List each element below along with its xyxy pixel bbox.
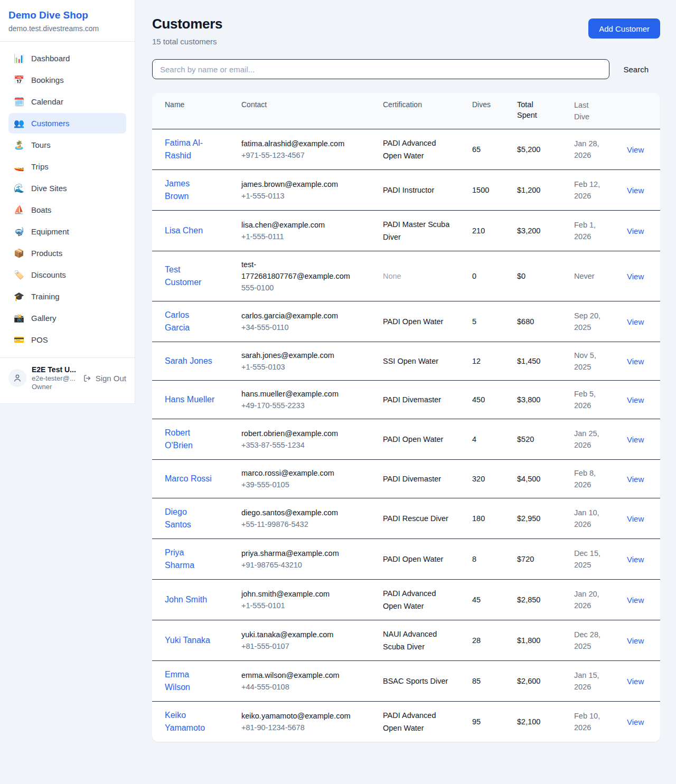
sidebar-item-customers[interactable]: 👥Customers <box>8 113 126 134</box>
customer-name-link[interactable]: Keiko Yamamoto <box>165 709 241 734</box>
sidebar-item-boats[interactable]: ⛵Boats <box>8 200 126 220</box>
customer-last-dive: Feb 10, 2026 <box>574 710 627 733</box>
customer-email: keiko.yamamoto@example.com <box>241 710 360 722</box>
customer-name-link[interactable]: James Brown <box>165 177 241 203</box>
customer-name-link[interactable]: Sarah Jones <box>165 355 241 367</box>
customer-name-link[interactable]: Robert O'Brien <box>165 427 241 452</box>
view-link[interactable]: View <box>627 186 647 195</box>
customer-name-link[interactable]: John Smith <box>165 593 241 606</box>
customer-last-dive: Never <box>574 270 627 282</box>
sidebar-item-tours[interactable]: 🏝️Tours <box>8 135 126 155</box>
view-link[interactable]: View <box>627 435 647 444</box>
sidebar-item-bookings[interactable]: 📅Bookings <box>8 70 126 90</box>
customer-dives: 45 <box>472 596 517 604</box>
table-row: John Smithjohn.smith@example.com+1-555-0… <box>152 579 660 620</box>
customer-certification: PADI Advanced Open Water <box>383 587 472 612</box>
customer-name-link[interactable]: Carlos Garcia <box>165 309 241 334</box>
search-input[interactable] <box>152 59 609 79</box>
customer-last-dive: Nov 5, 2025 <box>574 350 627 373</box>
customer-name-link[interactable]: Test Customer <box>165 263 241 289</box>
customer-contact: robert.obrien@example.com+353-87-555-123… <box>241 428 383 451</box>
view-link[interactable]: View <box>627 317 647 326</box>
customer-total-spent: $680 <box>517 317 574 326</box>
customer-name-link[interactable]: Yuki Tanaka <box>165 634 241 647</box>
view-link[interactable]: View <box>627 514 647 523</box>
view-link[interactable]: View <box>627 272 647 281</box>
sidebar: Demo Dive Shop demo.test.divestreams.com… <box>0 0 135 404</box>
customer-email: james.brown@example.com <box>241 178 360 190</box>
customer-last-dive: Feb 12, 2026 <box>574 178 627 202</box>
sidebar-item-label: Training <box>31 292 60 301</box>
sidebar-item-label: Dashboard <box>31 54 70 63</box>
customer-phone: +1-555-0113 <box>241 190 360 202</box>
sidebar-item-trips[interactable]: 🚤Trips <box>8 156 126 177</box>
sidebar-item-dive-sites[interactable]: 🌊Dive Sites <box>8 178 126 199</box>
add-customer-button[interactable]: Add Customer <box>588 18 660 39</box>
customer-dives: 0 <box>472 272 517 280</box>
customer-phone: +1-555-0111 <box>241 231 360 242</box>
sidebar-item-label: Customers <box>31 119 70 128</box>
customer-last-dive: Jan 28, 2026 <box>574 138 627 161</box>
sidebar-item-calendar[interactable]: 🗓️Calendar <box>8 91 126 112</box>
sidebar-item-equipment[interactable]: 🤿Equipment <box>8 221 126 242</box>
view-link[interactable]: View <box>627 596 647 604</box>
sidebar-item-training[interactable]: 🎓Training <box>8 286 126 307</box>
customer-last-dive: Jan 25, 2026 <box>574 428 627 451</box>
sign-out-button[interactable]: Sign Out <box>83 374 126 383</box>
customer-certification: NAUI Advanced Scuba Diver <box>383 628 472 653</box>
view-link[interactable]: View <box>627 475 647 484</box>
customers-table: NameContactCertificationDivesTotal Spent… <box>152 93 660 742</box>
customer-name-link[interactable]: Diego Santos <box>165 506 241 531</box>
customer-contact: marco.rossi@example.com+39-555-0105 <box>241 467 383 490</box>
customer-name-link[interactable]: Fatima Al-Rashid <box>165 137 241 162</box>
sidebar-item-products[interactable]: 📦Products <box>8 243 126 263</box>
customer-total-spent: $2,950 <box>517 514 574 523</box>
customer-last-dive: Jan 10, 2026 <box>574 507 627 530</box>
view-link[interactable]: View <box>627 636 647 645</box>
table-row: Fatima Al-Rashidfatima.alrashid@example.… <box>152 129 660 169</box>
user-icon <box>13 373 22 383</box>
customer-certification: PADI Master Scuba Diver <box>383 218 472 243</box>
sidebar-item-discounts[interactable]: 🏷️Discounts <box>8 265 126 285</box>
table-row: Test Customertest-1772681807767@example.… <box>152 251 660 301</box>
customer-total-spent: $4,500 <box>517 475 574 483</box>
customer-total-spent: $3,200 <box>517 226 574 235</box>
customer-certification: PADI Open Water <box>383 433 472 446</box>
view-link[interactable]: View <box>627 717 647 726</box>
gallery-icon: 📸 <box>14 313 24 323</box>
view-link[interactable]: View <box>627 145 647 154</box>
column-header-total-spent: Total Spent <box>517 99 574 120</box>
customer-name-link[interactable]: Priya Sharma <box>165 546 241 572</box>
customer-contact: keiko.yamamoto@example.com+81-90-1234-56… <box>241 710 383 733</box>
sidebar-item-label: Discounts <box>31 270 66 279</box>
customer-name-link[interactable]: Hans Mueller <box>165 393 241 406</box>
customer-email: marco.rossi@example.com <box>241 467 360 479</box>
customer-certification: PADI Divemaster <box>383 393 472 406</box>
customer-contact: yuki.tanaka@example.com+81-555-0107 <box>241 629 383 652</box>
sidebar-item-pos[interactable]: 💳POS <box>8 329 126 350</box>
customer-name-link[interactable]: Lisa Chen <box>165 224 241 237</box>
table-header-row: NameContactCertificationDivesTotal Spent… <box>152 93 660 129</box>
sidebar-item-gallery[interactable]: 📸Gallery <box>8 308 126 328</box>
customer-last-dive: Sep 20, 2025 <box>574 310 627 333</box>
customer-dives: 12 <box>472 357 517 365</box>
customer-last-dive: Dec 28, 2025 <box>574 629 627 652</box>
customer-email: john.smith@example.com <box>241 588 360 600</box>
customer-total-spent: $5,200 <box>517 145 574 154</box>
view-link[interactable]: View <box>627 395 647 404</box>
customer-total-spent: $0 <box>517 272 574 280</box>
sidebar-item-dashboard[interactable]: 📊Dashboard <box>8 48 126 69</box>
view-link[interactable]: View <box>627 677 647 686</box>
customer-name-link[interactable]: Marco Rossi <box>165 473 241 485</box>
customer-dives: 85 <box>472 677 517 685</box>
customer-contact: john.smith@example.com+1-555-0101 <box>241 588 383 611</box>
view-link[interactable]: View <box>627 357 647 366</box>
customer-certification: PADI Advanced Open Water <box>383 137 472 162</box>
view-link[interactable]: View <box>627 226 647 235</box>
discounts-icon: 🏷️ <box>14 270 24 280</box>
view-link[interactable]: View <box>627 555 647 564</box>
sidebar-item-label: Equipment <box>31 227 69 236</box>
customer-name-link[interactable]: Emma Wilson <box>165 668 241 694</box>
customer-contact: hans.mueller@example.com+49-170-555-2233 <box>241 388 383 411</box>
search-button[interactable]: Search <box>623 65 649 74</box>
